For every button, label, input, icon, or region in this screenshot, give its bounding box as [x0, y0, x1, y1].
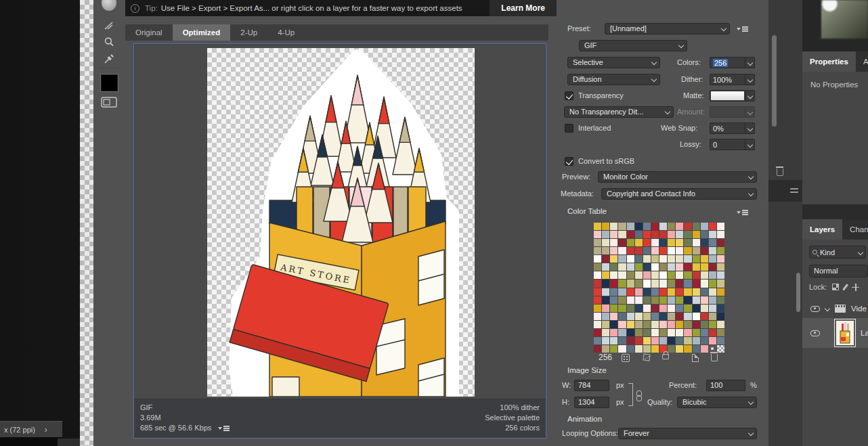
color-swatch[interactable]	[651, 337, 659, 344]
color-swatch[interactable]	[618, 321, 626, 328]
color-swatch[interactable]	[676, 263, 683, 271]
color-swatch[interactable]	[668, 313, 675, 320]
color-swatch[interactable]	[684, 223, 691, 230]
color-swatch[interactable]	[684, 231, 691, 238]
trash-icon[interactable]	[777, 166, 783, 176]
status-menu-icon[interactable]	[218, 426, 230, 431]
color-swatch[interactable]	[627, 313, 634, 320]
color-swatch[interactable]	[684, 313, 691, 320]
color-swatch[interactable]	[684, 321, 691, 328]
color-swatch[interactable]	[717, 271, 724, 279]
color-swatch[interactable]	[610, 231, 617, 238]
width-field[interactable]: 784	[574, 380, 609, 391]
color-swatch[interactable]	[701, 231, 708, 238]
color-swatch[interactable]	[635, 296, 643, 304]
color-swatch[interactable]	[618, 247, 626, 254]
color-swatch[interactable]	[594, 223, 601, 230]
color-swatch[interactable]	[610, 345, 617, 353]
color-swatch[interactable]	[610, 305, 617, 312]
color-swatch[interactable]	[717, 288, 724, 296]
colors-field[interactable]: 256	[710, 57, 755, 68]
color-swatch[interactable]	[693, 271, 700, 279]
color-swatch[interactable]	[618, 288, 626, 296]
color-swatch[interactable]	[668, 231, 675, 238]
palette-select[interactable]: Selective	[567, 57, 660, 68]
color-swatch[interactable]	[701, 239, 708, 246]
quality-select[interactable]: Bicubic	[677, 397, 757, 408]
color-swatch[interactable]	[668, 247, 675, 254]
color-swatch[interactable]	[668, 321, 675, 328]
zoom-tool[interactable]	[100, 34, 118, 50]
slice-select-tool[interactable]	[100, 18, 118, 34]
color-swatch[interactable]	[594, 337, 601, 344]
color-swatch[interactable]	[594, 239, 601, 246]
color-swatch[interactable]	[668, 288, 675, 296]
color-swatch[interactable]	[659, 255, 667, 263]
color-swatch[interactable]	[594, 321, 601, 328]
color-swatch[interactable]	[643, 263, 651, 271]
color-swatch[interactable]	[643, 255, 651, 263]
color-swatch[interactable]	[693, 239, 700, 246]
color-swatch[interactable]	[676, 231, 683, 238]
color-swatch[interactable]	[676, 305, 683, 312]
tab-adjustments[interactable]: Ad	[856, 51, 868, 72]
color-swatch[interactable]	[676, 296, 683, 304]
color-swatch[interactable]	[610, 313, 617, 320]
color-swatch[interactable]	[635, 263, 643, 271]
color-swatch[interactable]	[709, 305, 716, 312]
color-swatch[interactable]	[610, 296, 617, 304]
color-swatch[interactable]	[602, 263, 609, 271]
color-swatch[interactable]	[709, 288, 716, 296]
color-swatch[interactable]	[651, 288, 659, 296]
color-swatch[interactable]	[676, 271, 683, 279]
layer-row-video-group[interactable]: Vide	[802, 299, 868, 318]
color-swatch[interactable]	[693, 329, 700, 336]
height-field[interactable]: 1304	[574, 397, 609, 408]
scrollbar-thumb-2[interactable]	[796, 273, 800, 312]
lock-color-icon[interactable]	[662, 351, 669, 359]
color-swatch[interactable]	[602, 231, 609, 238]
blend-mode-select[interactable]: Normal	[809, 265, 868, 277]
color-swatch[interactable]	[651, 263, 659, 271]
layer-thumbnail[interactable]	[836, 321, 854, 345]
color-swatch[interactable]	[668, 239, 675, 246]
tab-2up[interactable]: 2-Up	[230, 24, 267, 41]
color-swatch[interactable]	[717, 239, 724, 246]
color-swatch[interactable]	[594, 296, 601, 304]
color-swatch[interactable]	[659, 247, 667, 254]
color-swatch[interactable]	[693, 231, 700, 238]
transparent-color-swatch[interactable]	[717, 345, 724, 353]
color-swatch[interactable]	[594, 313, 601, 320]
color-swatch[interactable]	[684, 271, 691, 279]
color-swatch[interactable]	[610, 239, 617, 246]
color-swatch[interactable]	[717, 223, 724, 230]
color-swatch[interactable]	[717, 305, 724, 312]
color-swatch[interactable]	[701, 263, 708, 271]
color-swatch[interactable]	[659, 271, 667, 279]
color-swatch[interactable]	[635, 337, 643, 344]
chevron-down-icon[interactable]	[825, 306, 830, 311]
color-swatch[interactable]	[643, 231, 651, 238]
color-swatch[interactable]	[627, 345, 634, 353]
color-swatch[interactable]	[659, 288, 667, 296]
color-swatch[interactable]	[610, 247, 617, 254]
interlaced-checkbox[interactable]	[565, 124, 573, 133]
color-swatch[interactable]	[651, 255, 659, 263]
color-swatch[interactable]	[676, 329, 683, 336]
color-swatch[interactable]	[627, 321, 634, 328]
color-swatch[interactable]	[643, 313, 651, 320]
color-swatch[interactable]	[594, 345, 601, 353]
color-swatch[interactable]	[676, 239, 683, 246]
color-swatch[interactable]	[709, 247, 716, 254]
color-swatch[interactable]	[594, 247, 601, 254]
color-swatch[interactable]	[717, 231, 724, 238]
color-swatch[interactable]	[693, 247, 700, 254]
color-swatch[interactable]	[651, 296, 659, 304]
color-swatch[interactable]	[610, 321, 617, 328]
color-swatch[interactable]	[627, 305, 634, 312]
color-swatch[interactable]	[701, 255, 708, 263]
color-swatch[interactable]	[594, 288, 601, 296]
color-swatch[interactable]	[651, 305, 659, 312]
color-swatch[interactable]	[701, 296, 708, 304]
color-swatch[interactable]	[643, 239, 651, 246]
